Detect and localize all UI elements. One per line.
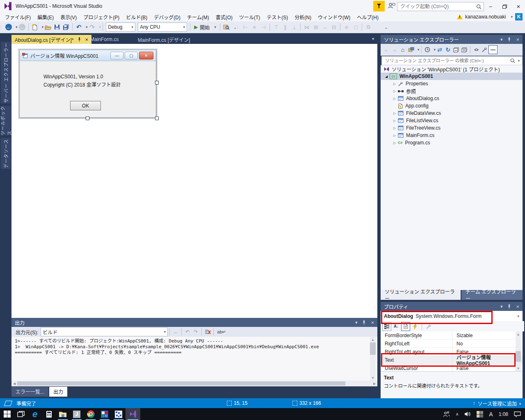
taskbar-calculator[interactable] <box>42 408 56 420</box>
tree-item-filetreeview[interactable]: ▷ FileTreeView.cs <box>381 124 523 132</box>
scroll-up-icon[interactable]: ▲ <box>516 331 521 337</box>
restore-button[interactable] <box>498 0 511 12</box>
property-row[interactable]: RightToLeft No <box>381 340 523 348</box>
task-view-button[interactable] <box>14 408 28 420</box>
make-same-size-icon[interactable]: ⊞ <box>312 23 320 32</box>
find-message-icon[interactable]: ← <box>171 328 180 336</box>
tree-item-filelistview[interactable]: ▷ FileListView.cs <box>381 117 523 124</box>
output-menu-chevron-icon[interactable]: ▾ <box>355 320 358 325</box>
tab-output[interactable]: 出力 <box>49 387 67 397</box>
minimize-button[interactable]: – <box>484 0 497 12</box>
property-row[interactable]: FormBorderStyle Sizable <box>381 331 523 340</box>
scroll-right-icon[interactable]: ▶ <box>372 381 377 386</box>
people-icon[interactable] <box>443 411 450 417</box>
save-button[interactable] <box>53 23 61 32</box>
events-icon[interactable] <box>411 322 419 331</box>
solution-platform-dropdown[interactable]: Any CPU▾ <box>138 23 187 32</box>
avatar[interactable]: K <box>515 13 523 21</box>
solution-configuration-dropdown[interactable]: Debug▾ <box>106 23 135 32</box>
se-home-icon[interactable]: ⌂ <box>399 46 407 54</box>
lock-controls-icon[interactable]: ⊟ <box>330 23 338 32</box>
show-all-files-icon[interactable] <box>460 46 468 54</box>
find-in-files-button[interactable] <box>222 23 231 32</box>
tab-mainform-code[interactable]: MainForm.cs <box>87 35 135 44</box>
pending-changes-filter-icon[interactable] <box>423 46 431 54</box>
pin-icon[interactable] <box>78 37 81 42</box>
collapse-arrow-icon[interactable]: ▷ <box>391 89 398 93</box>
vertical-spacing-icon[interactable]: □ <box>352 23 360 32</box>
bring-to-front-icon[interactable]: ⧉ <box>364 23 372 32</box>
se-forward-icon[interactable]: → <box>390 46 399 54</box>
toolbar-overflow-icon[interactable]: ⌄ <box>233 25 237 30</box>
tree-item-references[interactable]: ▷ 参照 <box>381 87 523 95</box>
sidebar-tab-data-sources[interactable]: データソース <box>1 138 11 169</box>
output-header[interactable]: 出力 ▾ × <box>11 318 377 327</box>
collapse-all-icon[interactable] <box>452 46 460 54</box>
properties-wrench-icon[interactable] <box>480 46 488 54</box>
taskbar-pattern-app[interactable] <box>112 408 126 420</box>
sidebar-tab-toolbox[interactable]: ツールボックス <box>1 106 11 135</box>
menu-help[interactable]: ヘルプ(H) <box>354 12 382 22</box>
categorized-icon[interactable] <box>382 322 391 331</box>
output-pin-icon[interactable] <box>362 320 366 325</box>
collapse-arrow-icon[interactable]: ▷ <box>391 97 398 100</box>
taskbar-colorful-app[interactable]: D <box>98 408 112 420</box>
undo-chevron-icon[interactable]: ▾ <box>86 25 88 29</box>
properties-close-icon[interactable]: × <box>516 304 519 310</box>
action-center-icon[interactable] <box>514 411 521 417</box>
tab-team-explorer[interactable]: チーム エクスプローラー <box>461 290 523 300</box>
next-message-icon[interactable]: ↷ <box>192 328 200 336</box>
se-menu-chevron-icon[interactable]: ▾ <box>500 37 503 42</box>
solution-search-box[interactable]: ▾ <box>381 56 523 65</box>
horizontal-spacing-icon[interactable]: ≑ <box>342 23 351 32</box>
sidebar-tab-server-explorer[interactable]: サーバー エクスプローラー <box>1 42 11 103</box>
menu-build[interactable]: ビルド(B) <box>123 12 151 22</box>
tree-item-appconfig[interactable]: App.config <box>381 102 523 110</box>
document-list-chevron-icon[interactable]: ▾ <box>372 37 374 41</box>
tree-item-solution[interactable]: ソリューション 'WinAppCS001' (1 プロジェクト) <box>381 65 523 73</box>
taskbar-j-app[interactable]: J <box>70 408 84 420</box>
navigate-back-button[interactable]: ← <box>5 23 13 32</box>
tray-app-icon[interactable] <box>477 411 483 418</box>
properties-pin-icon[interactable] <box>507 304 511 309</box>
collapse-arrow-icon[interactable]: ▷ <box>391 134 398 137</box>
properties-scrollbar[interactable]: ▲ ▼ <box>516 331 521 371</box>
tray-expand-chevron-icon[interactable]: ∧ <box>456 412 459 416</box>
se-close-icon[interactable]: × <box>516 37 519 43</box>
user-account-area[interactable]: ! kanazawa.nobuaki ▾ K <box>457 13 523 21</box>
align-bottom-icon[interactable]: ⊥ <box>290 23 298 32</box>
align-middle-icon[interactable]: ∥ <box>281 23 289 32</box>
undo-button[interactable]: ↶ <box>75 23 83 32</box>
open-file-button[interactable] <box>44 23 52 32</box>
se-pin-icon[interactable] <box>507 37 511 42</box>
solution-search-input[interactable] <box>384 58 510 64</box>
make-same-width-icon[interactable]: ⋈ <box>303 23 311 32</box>
switch-views-icon[interactable] <box>407 46 415 54</box>
menu-debug[interactable]: デバッグ(D) <box>151 12 184 22</box>
ime-mode-indicator[interactable]: A <box>489 411 493 418</box>
tab-aboutdialog-designer[interactable]: AboutDialog.cs [デザイン]* × <box>11 35 91 44</box>
preview-selected-items-button[interactable]: — <box>488 45 498 54</box>
menu-format[interactable]: 書式(O) <box>212 12 236 22</box>
quick-launch-input[interactable] <box>399 3 476 10</box>
form-designer-surface[interactable]: バージョン情報 WinAppCS001 — ▢ ✕ WinAppCS001, V… <box>11 44 377 318</box>
resize-handle-right[interactable] <box>155 81 159 84</box>
output-text-area[interactable]: 1>------ すべてのリビルド開始: プロジェクト:WinAppCS001,… <box>11 337 377 381</box>
tree-item-aboutdialog[interactable]: ▷ AboutDialog.cs <box>381 95 523 102</box>
refresh-icon[interactable]: ↻ <box>444 46 452 54</box>
view-code-icon[interactable]: <> <box>472 46 480 54</box>
solution-explorer-header[interactable]: ソリューション エクスプローラー ▾ × <box>381 35 523 44</box>
collapse-arrow-icon[interactable]: ▷ <box>391 141 398 145</box>
back-history-chevron-icon[interactable]: ▾ <box>16 25 18 29</box>
menu-analyze[interactable]: 分析(N) <box>291 12 315 22</box>
scroll-left-icon[interactable]: ◀ <box>11 381 17 386</box>
tree-item-program[interactable]: ▷ C# Program.cs <box>381 139 523 146</box>
scroll-up-icon[interactable]: ▲ <box>370 337 376 342</box>
start-button[interactable] <box>0 408 14 420</box>
menu-tools[interactable]: ツール(T) <box>236 12 263 22</box>
redo-chevron-icon[interactable]: ▾ <box>99 25 101 29</box>
menu-file[interactable]: ファイル(F) <box>2 12 34 22</box>
clock[interactable]: 1:08 <box>499 411 508 417</box>
taskbar-file-explorer[interactable] <box>56 408 70 420</box>
sync-with-active-document-icon[interactable]: ⇄ <box>436 46 444 54</box>
